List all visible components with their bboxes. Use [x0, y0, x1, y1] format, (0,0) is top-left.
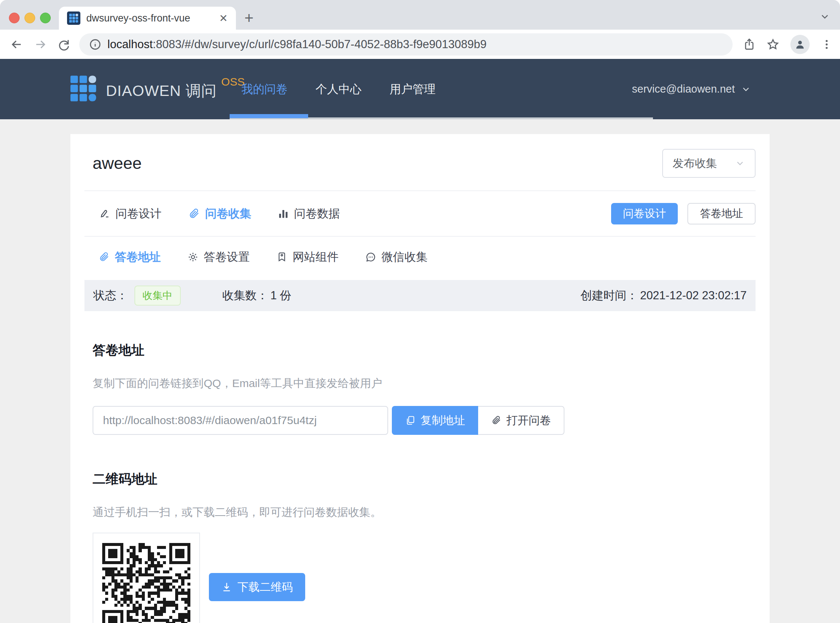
gear-icon: [187, 252, 199, 262]
count-value: 1 份: [270, 288, 291, 303]
info-icon[interactable]: [89, 38, 101, 51]
answer-url-heading: 答卷地址: [84, 342, 756, 359]
brand-name: DIAOWEN 调问: [106, 81, 217, 101]
reload-icon[interactable]: [57, 38, 71, 51]
header-actions: 问卷设计 答卷地址: [611, 203, 756, 224]
star-icon[interactable]: [766, 38, 779, 51]
subtab-label: 答卷地址: [115, 249, 161, 265]
download-label: 下载二维码: [238, 580, 293, 595]
survey-card: aweee 发布收集 问卷设计: [71, 134, 769, 623]
qr-code: [102, 543, 190, 623]
new-tab-icon[interactable]: +: [244, 11, 254, 26]
brand[interactable]: DIAOWEN 调问 OSS: [70, 75, 245, 104]
subtab-site-widget[interactable]: 网站组件: [276, 249, 339, 265]
publish-select-value: 发布收集: [673, 156, 717, 171]
status-label: 状态：: [94, 288, 128, 303]
chevron-down-icon[interactable]: [819, 11, 830, 24]
title-row: aweee 发布收集: [84, 134, 756, 190]
collect-count: 收集数： 1 份: [222, 288, 291, 303]
link-icon: [98, 252, 110, 262]
subtab-label: 微信收集: [382, 249, 428, 265]
created-value: 2021-12-02 23:02:17: [640, 289, 746, 302]
nav-item-profile[interactable]: 个人中心: [316, 81, 362, 97]
tab-label: 问卷设计: [115, 206, 161, 221]
survey-title: aweee: [93, 154, 142, 173]
copy-url-button[interactable]: 复制地址: [392, 406, 478, 435]
tab-label: 问卷数据: [294, 206, 340, 221]
open-survey-button[interactable]: 打开问卷: [478, 406, 564, 435]
url-path: :8083/#/dw/survey/c/url/c98fa140-50b7-40…: [153, 38, 486, 51]
open-label: 打开问卷: [507, 413, 551, 428]
page-body: aweee 发布收集 问卷设计: [0, 119, 840, 623]
link-icon: [188, 208, 200, 219]
qr-desc: 通过手机扫一扫，或下载二维码，即可进行问卷数据收集。: [84, 505, 756, 520]
address-bar[interactable]: localhost:8083/#/dw/survey/c/url/c98fa14…: [79, 33, 733, 55]
download-icon: [221, 582, 232, 592]
tab-survey-data[interactable]: 问卷数据: [278, 206, 340, 221]
share-icon[interactable]: [743, 38, 756, 51]
qr-row: 下载二维码: [84, 532, 756, 623]
favicon-d-grid: [67, 11, 80, 25]
brand-logo-icon: [70, 75, 98, 104]
status-badge: 收集中: [135, 285, 181, 305]
created-time: 创建时间： 2021-12-02 23:02:17: [580, 288, 746, 303]
qr-code-box: [93, 532, 200, 623]
zoom-window-button[interactable]: [40, 12, 51, 23]
qr-heading: 二维码地址: [84, 470, 756, 488]
browser-window: dwsurvey-oss-front-vue ✕ + localhost:808…: [0, 0, 840, 623]
answer-url-row: 复制地址 打开问卷: [84, 406, 756, 435]
browser-toolbar: localhost:8083/#/dw/survey/c/url/c98fa14…: [0, 30, 840, 59]
chat-icon: [365, 252, 376, 262]
tab-label: 问卷收集: [205, 206, 251, 221]
menu-dots-icon[interactable]: [821, 38, 832, 51]
tag-icon: [276, 252, 287, 262]
forward-icon[interactable]: [33, 37, 48, 52]
window-controls: [9, 12, 51, 23]
answer-url-input[interactable]: [93, 406, 388, 435]
account-email: service@diaowen.net: [632, 83, 735, 95]
collect-subtabs: 答卷地址 答卷设置 网站组件: [84, 237, 756, 277]
browser-tab[interactable]: dwsurvey-oss-front-vue ✕: [59, 7, 236, 30]
nav-item-user-management[interactable]: 用户管理: [389, 81, 435, 97]
main-menu: 我的问卷 个人中心 用户管理: [242, 59, 464, 119]
account-dropdown[interactable]: service@diaowen.net: [632, 59, 751, 119]
nav-item-my-surveys[interactable]: 我的问卷: [242, 81, 287, 97]
tab-survey-collect[interactable]: 问卷收集: [188, 206, 251, 221]
subtab-wechat-collect[interactable]: 微信收集: [365, 249, 428, 265]
answer-url-button[interactable]: 答卷地址: [687, 203, 756, 224]
url-button-group: 复制地址 打开问卷: [392, 406, 564, 435]
edit-icon: [98, 208, 110, 219]
count-label: 收集数：: [222, 288, 268, 303]
copy-icon: [405, 415, 415, 426]
survey-tabs: 问卷设计 问卷收集 问卷数据 问卷设计 答卷地址: [84, 191, 756, 236]
subtab-answer-settings[interactable]: 答卷设置: [187, 249, 250, 265]
close-tab-icon[interactable]: ✕: [219, 12, 228, 25]
toolbar-right: [743, 35, 832, 54]
back-icon[interactable]: [10, 37, 24, 52]
subtab-answer-url[interactable]: 答卷地址: [98, 249, 161, 265]
subtab-label: 答卷设置: [204, 249, 250, 265]
publish-select[interactable]: 发布收集: [662, 149, 756, 178]
link-icon: [491, 415, 501, 426]
bar-chart-icon: [278, 208, 289, 219]
app-navbar: DIAOWEN 调问 OSS 我的问卷 个人中心 用户管理 service@di…: [0, 59, 840, 119]
avatar[interactable]: [790, 35, 809, 54]
download-qr-button[interactable]: 下载二维码: [209, 573, 305, 601]
browser-titlebar: dwsurvey-oss-front-vue ✕ +: [0, 0, 840, 30]
copy-label: 复制地址: [421, 413, 465, 428]
url-text[interactable]: localhost:8083/#/dw/survey/c/url/c98fa14…: [107, 38, 487, 51]
created-label: 创建时间：: [580, 288, 638, 303]
tab-title: dwsurvey-oss-front-vue: [86, 12, 215, 24]
subtab-label: 网站组件: [293, 249, 339, 265]
chevron-down-icon: [735, 158, 745, 169]
answer-url-desc: 复制下面的问卷链接到QQ，Email等工具中直接发给被用户: [84, 376, 756, 391]
tab-survey-design[interactable]: 问卷设计: [98, 206, 161, 221]
url-host: localhost: [107, 38, 153, 51]
active-menu-underline: [230, 114, 308, 118]
survey-design-button[interactable]: 问卷设计: [611, 203, 678, 224]
chevron-down-icon: [741, 84, 751, 94]
status-bar: 状态： 收集中 收集数： 1 份 创建时间： 2021-12-02 23:02:…: [84, 280, 756, 311]
close-window-button[interactable]: [9, 12, 20, 23]
minimize-window-button[interactable]: [25, 12, 35, 23]
